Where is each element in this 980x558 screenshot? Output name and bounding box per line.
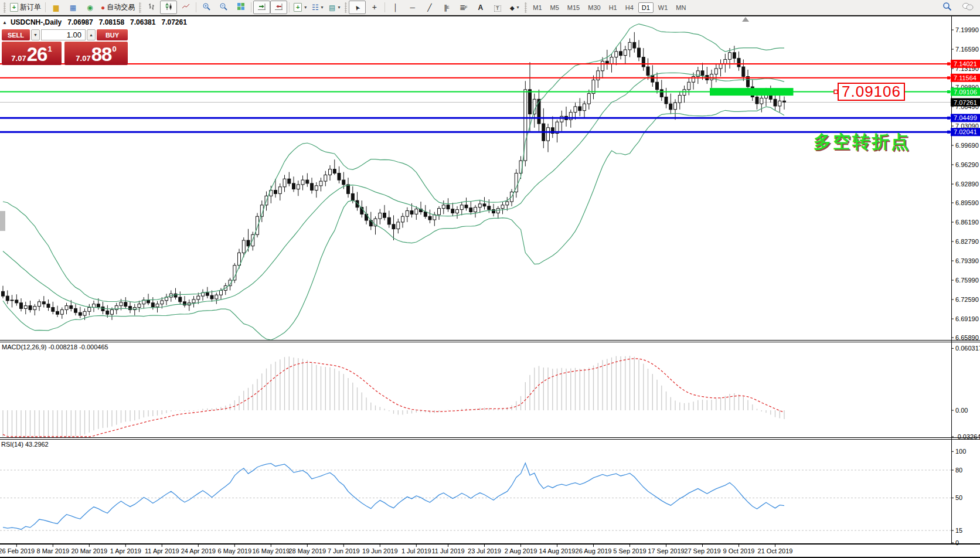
timeframe-h4-button[interactable]: H4: [622, 2, 637, 13]
rsi-name: RSI(14): [1, 441, 23, 448]
data-window-icon: ▦: [70, 4, 76, 12]
volume-decrease-button[interactable]: ▼: [31, 29, 40, 40]
market-watch-button[interactable]: ▆: [47, 1, 64, 14]
signals-icon: ◉: [87, 4, 93, 12]
macd-indicator-label: MACD(12,26,9) -0.008218 -0.000465: [2, 343, 108, 351]
timeframe-mn-button[interactable]: MN: [672, 2, 689, 13]
dropdown-caret-icon: ▾: [304, 5, 307, 10]
periods-icon: ☷: [312, 4, 319, 12]
chart-shift-button[interactable]: [270, 1, 287, 14]
buy-price-panel[interactable]: 7.07 88 0: [64, 42, 128, 65]
left-scroll-marker: [0, 211, 5, 231]
chart-shift-icon: [274, 3, 283, 12]
new-order-button[interactable]: +新订单: [8, 1, 43, 14]
svg-text:28 May 2019: 28 May 2019: [288, 547, 326, 554]
toolbar-drag-handle[interactable]: [139, 2, 141, 13]
svg-text:6.69190: 6.69190: [955, 315, 979, 322]
svg-text:6.82790: 6.82790: [955, 238, 979, 245]
svg-text:14 Aug 2019: 14 Aug 2019: [539, 547, 576, 554]
buy-price-sup: 0: [112, 45, 116, 53]
chat-button[interactable]: [959, 1, 976, 14]
tile-windows-icon: [237, 2, 245, 12]
svg-text:7.16590: 7.16590: [955, 46, 979, 53]
svg-text:1 Apr 2019: 1 Apr 2019: [110, 547, 141, 554]
timeframe-m15-button[interactable]: M15: [564, 2, 583, 13]
sell-price-main: 7.07: [11, 54, 26, 63]
svg-text:7.19990: 7.19990: [955, 26, 979, 33]
toolbar-drag-handle[interactable]: [4, 2, 6, 13]
label-icon: T: [494, 4, 501, 12]
svg-text:6.99690: 6.99690: [955, 142, 979, 149]
svg-text:7.04499: 7.04499: [954, 114, 977, 121]
svg-text:6.79390: 6.79390: [955, 257, 979, 264]
line-chart-button[interactable]: [177, 1, 194, 14]
zoom-in-icon: [202, 2, 211, 13]
price-level-callout[interactable]: 7.09106: [838, 83, 905, 101]
trendline-button[interactable]: ╱: [421, 1, 438, 14]
vertical-line-button[interactable]: │: [387, 1, 404, 14]
fibonacci-button[interactable]: ≣F: [455, 1, 472, 14]
volume-increase-button[interactable]: ▲: [87, 29, 96, 40]
timeframe-d1-button[interactable]: D1: [638, 2, 654, 13]
dropdown-caret-icon: ▾: [338, 5, 340, 10]
data-window-button[interactable]: ▦: [64, 1, 81, 14]
svg-text:11 Apr 2019: 11 Apr 2019: [145, 547, 179, 554]
new-order-icon: +: [10, 3, 18, 12]
svg-text:100: 100: [955, 448, 966, 455]
collapse-trade-panel-icon[interactable]: ▲: [2, 20, 7, 25]
svg-text:9 Oct 2019: 9 Oct 2019: [723, 547, 755, 554]
templates-button[interactable]: ▤▾: [326, 1, 343, 14]
tile-windows-button[interactable]: [232, 1, 249, 14]
auto-trading-button[interactable]: ●自动交易: [98, 1, 137, 14]
equidistant-channel-button[interactable]: ∥E: [438, 1, 455, 14]
svg-text:50: 50: [955, 494, 962, 501]
sell-price-panel[interactable]: 7.07 26 1: [2, 42, 62, 65]
market-watch-icon: ▆: [53, 4, 59, 12]
sell-button[interactable]: SELL: [2, 29, 30, 40]
timeframe-m30-button[interactable]: M30: [584, 2, 604, 13]
templates-icon: ▤: [329, 4, 335, 12]
candlestick-chart-button[interactable]: [160, 1, 177, 14]
arrows-button[interactable]: ◆▾: [506, 1, 523, 14]
svg-text:6.65890: 6.65890: [955, 334, 979, 341]
svg-text:20 Mar 2019: 20 Mar 2019: [71, 547, 107, 554]
svg-text:27 Sep 2019: 27 Sep 2019: [684, 547, 720, 554]
signals-button[interactable]: ◉: [81, 1, 98, 14]
volume-input[interactable]: 1.00: [41, 29, 86, 40]
timeframe-w1-button[interactable]: W1: [655, 2, 672, 13]
svg-text:7.14021: 7.14021: [954, 60, 977, 67]
svg-text:21 Oct 2019: 21 Oct 2019: [758, 547, 793, 554]
candles-icon: [165, 2, 173, 12]
arrows-icon: ◆: [510, 4, 515, 12]
svg-text:6.92890: 6.92890: [955, 181, 979, 188]
crosshair-button[interactable]: +: [366, 1, 383, 14]
timeframe-h1-button[interactable]: H1: [605, 2, 621, 13]
search-button[interactable]: [938, 1, 955, 14]
toolbar-drag-handle[interactable]: [345, 2, 347, 13]
horizontal-line-button[interactable]: ─: [404, 1, 421, 14]
cursor-button[interactable]: ➤: [349, 1, 366, 14]
auto-scroll-icon: [257, 3, 266, 12]
svg-text:19 Jun 2019: 19 Jun 2019: [362, 547, 398, 554]
fibo-icon: ≣F: [460, 4, 467, 12]
zoom-out-button[interactable]: [215, 1, 232, 14]
indicators-button[interactable]: +▾: [291, 1, 309, 14]
text-label-button[interactable]: T: [489, 1, 506, 14]
buy-button[interactable]: BUY: [97, 29, 128, 40]
trendline-icon: ╱: [427, 4, 431, 12]
svg-text:6.89590: 6.89590: [955, 199, 979, 206]
low-value: 7.06381: [130, 18, 155, 26]
bar-chart-button[interactable]: [143, 1, 160, 14]
timeframe-m5-button[interactable]: M5: [547, 2, 563, 13]
periods-button[interactable]: ☷▾: [309, 1, 326, 14]
auto-scroll-button[interactable]: [253, 1, 270, 14]
timeframe-m1-button[interactable]: M1: [529, 2, 545, 13]
zoom-in-button[interactable]: [198, 1, 215, 14]
toolbar-drag-handle[interactable]: [525, 2, 527, 13]
chart-canvas[interactable]: 7.199907.165907.131907.098907.064907.030…: [0, 0, 980, 558]
crosshair-icon: +: [372, 3, 377, 12]
buy-price-main: 7.07: [76, 54, 90, 63]
hline-icon: ─: [410, 4, 416, 12]
svg-text:16 May 2019: 16 May 2019: [252, 547, 290, 554]
text-button[interactable]: A: [472, 1, 489, 14]
